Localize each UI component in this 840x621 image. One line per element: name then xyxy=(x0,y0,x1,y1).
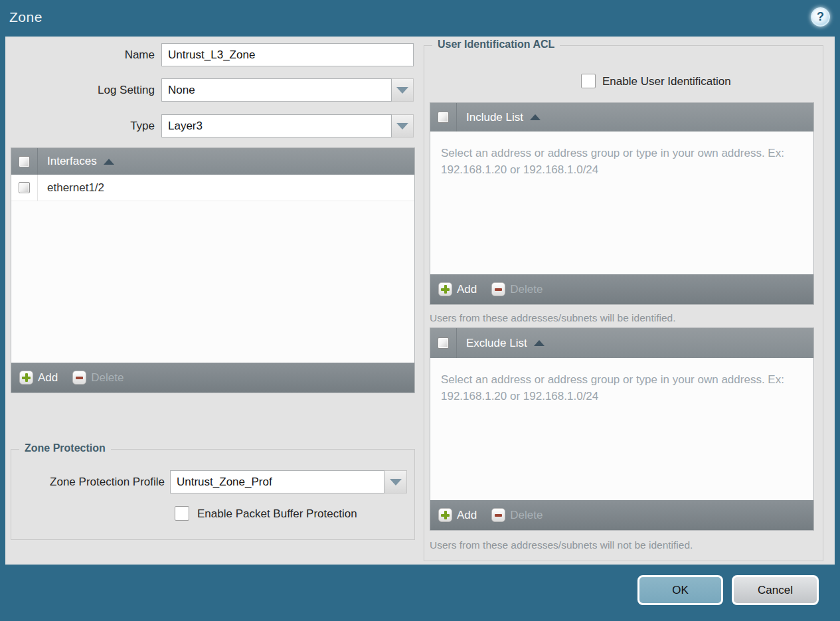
enable-user-identification-checkbox[interactable] xyxy=(581,74,596,88)
interface-name: ethernet1/2 xyxy=(47,181,104,195)
minus-icon xyxy=(72,371,86,385)
dialog-body-panel: Name Log Setting None Type Layer3 Interf… xyxy=(5,37,835,565)
chevron-down-icon xyxy=(396,123,408,130)
minus-icon xyxy=(491,282,505,296)
sort-asc-icon xyxy=(530,114,541,120)
name-input[interactable] xyxy=(161,43,414,66)
interfaces-table: Interfaces ethernet1/2 Add Delete xyxy=(11,147,415,393)
exclude-select-all-checkbox[interactable] xyxy=(438,337,449,349)
type-dropdown-button[interactable] xyxy=(392,114,414,137)
sort-asc-icon xyxy=(534,340,545,346)
exclude-list-header[interactable]: Exclude List xyxy=(430,328,813,358)
include-list-header[interactable]: Include List xyxy=(430,103,813,132)
zone-protection-profile-dropdown-button[interactable] xyxy=(384,470,407,493)
include-list-toolbar: Add Delete xyxy=(430,274,813,304)
add-button-label: Add xyxy=(457,509,477,522)
include-list-caption: Users from these addresses/subnets will … xyxy=(430,312,675,324)
zone-protection-profile-label: Zone Protection Profile xyxy=(11,470,165,493)
table-row[interactable]: ethernet1/2 xyxy=(11,175,414,201)
include-list-column-header[interactable]: Include List xyxy=(466,111,523,124)
exclude-list-table: Exclude List Select an address or addres… xyxy=(430,327,814,531)
interfaces-table-body: ethernet1/2 xyxy=(11,175,414,363)
exclude-select-all-cell xyxy=(430,328,457,358)
exclude-list-column-header[interactable]: Exclude List xyxy=(466,337,527,350)
interfaces-column-header[interactable]: Interfaces xyxy=(47,155,97,168)
delete-button-label: Delete xyxy=(510,283,543,296)
minus-icon xyxy=(491,508,505,522)
delete-button[interactable]: Delete xyxy=(491,282,543,296)
zone-protection-fieldset: Zone Protection Zone Protection Profile … xyxy=(11,449,415,540)
delete-button[interactable]: Delete xyxy=(72,371,124,385)
chevron-down-icon xyxy=(390,479,402,486)
interfaces-table-header[interactable]: Interfaces xyxy=(11,148,414,175)
add-button-label: Add xyxy=(457,283,477,296)
exclude-list-placeholder: Select an address or address group or ty… xyxy=(441,372,805,404)
log-setting-select[interactable]: None xyxy=(161,78,414,102)
interfaces-table-toolbar: Add Delete xyxy=(11,363,414,393)
plus-icon xyxy=(438,282,452,296)
help-icon[interactable]: ? xyxy=(811,7,830,27)
include-list-placeholder: Select an address or address group or ty… xyxy=(441,145,805,178)
add-button[interactable]: Add xyxy=(438,282,477,296)
exclude-list-toolbar: Add Delete xyxy=(430,500,813,530)
row-checkbox-cell xyxy=(11,175,38,201)
plus-icon xyxy=(438,508,452,522)
add-button[interactable]: Add xyxy=(438,508,477,522)
include-list-table: Include List Select an address or addres… xyxy=(430,102,814,305)
include-select-all-checkbox[interactable] xyxy=(438,112,449,123)
include-select-all-cell xyxy=(430,103,457,132)
exclude-list-body[interactable]: Select an address or address group or ty… xyxy=(430,358,813,500)
delete-button[interactable]: Delete xyxy=(491,508,543,522)
delete-button-label: Delete xyxy=(510,509,543,522)
dialog-title: Zone xyxy=(9,9,42,25)
zone-protection-profile-select[interactable]: Untrust_Zone_Prof xyxy=(170,470,407,493)
delete-button-label: Delete xyxy=(91,371,124,385)
log-setting-value[interactable]: None xyxy=(161,78,392,102)
user-identification-fieldset: User Identification ACL Enable User Iden… xyxy=(424,45,823,561)
log-setting-label: Log Setting xyxy=(5,78,155,102)
packet-buffer-protection-label: Enable Packet Buffer Protection xyxy=(197,507,357,521)
type-select[interactable]: Layer3 xyxy=(161,114,414,137)
name-label: Name xyxy=(5,43,155,66)
zone-protection-legend: Zone Protection xyxy=(19,442,111,454)
user-identification-legend: User Identification ACL xyxy=(432,39,560,50)
row-checkbox[interactable] xyxy=(19,182,30,193)
question-mark-glyph: ? xyxy=(817,10,824,24)
ok-button[interactable]: OK xyxy=(637,575,723,605)
packet-buffer-protection-checkbox[interactable] xyxy=(175,506,189,521)
sort-asc-icon xyxy=(104,159,114,165)
include-list-body[interactable]: Select an address or address group or ty… xyxy=(430,132,813,274)
interfaces-select-all-cell xyxy=(11,148,38,175)
exclude-list-caption: Users from these addresses/subnets will … xyxy=(430,539,693,551)
zone-protection-profile-value[interactable]: Untrust_Zone_Prof xyxy=(170,470,384,493)
type-value[interactable]: Layer3 xyxy=(161,114,392,137)
cancel-button[interactable]: Cancel xyxy=(732,575,819,605)
cancel-button-label: Cancel xyxy=(758,584,793,597)
plus-icon xyxy=(19,371,33,385)
log-setting-dropdown-button[interactable] xyxy=(392,78,414,102)
add-button-label: Add xyxy=(38,371,58,385)
interfaces-select-all-checkbox[interactable] xyxy=(19,156,30,167)
ok-button-label: OK xyxy=(672,584,689,597)
add-button[interactable]: Add xyxy=(19,371,58,385)
dialog-titlebar: Zone ? xyxy=(0,0,840,37)
chevron-down-icon xyxy=(396,87,408,94)
type-label: Type xyxy=(5,114,155,137)
enable-user-identification-label: Enable User Identification xyxy=(602,75,731,88)
